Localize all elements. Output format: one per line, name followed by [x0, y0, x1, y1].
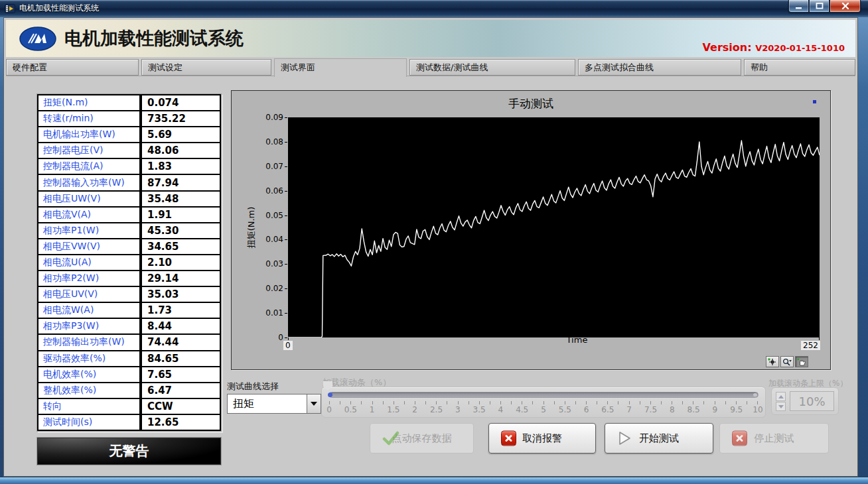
measurement-label: 相电压VW(V) [38, 239, 139, 254]
slider-tick-label: 5 [541, 405, 546, 414]
spin-down-button[interactable] [776, 402, 786, 411]
measurement-value: 74.44 [142, 335, 220, 349]
measurement-label: 相功率P3(W) [38, 319, 139, 333]
measurement-label: 测试时间(s) [38, 415, 139, 430]
slider-tick-label: 8 [670, 405, 675, 414]
slider-tick [394, 401, 394, 404]
tab-4[interactable]: 多点测试拟合曲线 [578, 59, 741, 76]
version-label: Version: [703, 41, 752, 54]
curve-select-dropdown[interactable]: 扭矩 [227, 394, 321, 414]
slider-tick [543, 401, 544, 404]
slider-tick-label: 8.5 [687, 405, 700, 414]
tab-3[interactable]: 测试数据/测试曲线 [409, 59, 575, 76]
load-slider[interactable]: 00.511.522.533.544.555.566.577.588.599.5… [321, 387, 766, 418]
slider-tick [500, 401, 501, 404]
slider-tick [532, 401, 533, 404]
tab-1[interactable]: 测试设定 [141, 59, 271, 76]
jog-save-data-button[interactable]: 点动保存数据 [370, 423, 474, 454]
plot-area[interactable] [288, 117, 820, 337]
measurement-value: 5.69 [142, 127, 220, 142]
measurement-label: 相电流W(A) [38, 303, 139, 318]
y-tick-mark [285, 215, 287, 216]
slider-tick-label: 3 [455, 405, 461, 414]
button-label: 停止测试 [755, 432, 794, 445]
y-tick-label: 0.03 [232, 259, 283, 269]
start-test-button[interactable]: 开始测试 [605, 423, 713, 454]
measurement-label: 控制器电压(V) [38, 143, 139, 158]
measurement-value: 0.074 [142, 95, 220, 110]
slider-thumb[interactable] [323, 381, 332, 391]
slider-tick [361, 401, 362, 404]
company-logo-icon [19, 27, 56, 51]
red-x-icon [501, 431, 516, 446]
y-tick-mark [285, 288, 287, 289]
slider-tick [554, 401, 555, 404]
curve-select-label: 测试曲线选择 [227, 381, 279, 393]
measurement-value: 48.06 [142, 143, 220, 158]
dropdown-arrow-button[interactable] [307, 394, 321, 413]
measurement-value: CCW [142, 399, 220, 414]
slider-tick [725, 401, 726, 404]
y-tick-label: 0.08 [232, 137, 283, 147]
slider-tick-label: 1.5 [387, 405, 399, 414]
slider-tick [340, 401, 340, 404]
spin-up-button[interactable] [776, 392, 786, 401]
measurement-label: 电机效率(%) [38, 367, 139, 382]
slider-tick [597, 401, 597, 404]
stop-test-button[interactable]: 停止测试 [719, 423, 829, 454]
measurement-label: 控制器输出功率(W) [38, 335, 139, 349]
measurement-label: 相电流U(A) [38, 255, 139, 270]
cursor-tool-button[interactable] [766, 356, 779, 367]
slider-tick-label: 9.5 [730, 405, 743, 414]
y-tick-mark [285, 191, 287, 192]
slider-track[interactable] [328, 392, 759, 398]
graph-palette [766, 356, 808, 367]
y-tick-label: 0.04 [232, 235, 283, 244]
measurement-value: 87.94 [142, 175, 220, 190]
slider-tick [747, 401, 747, 404]
slider-tick [661, 401, 662, 404]
y-tick-label: 0.06 [232, 186, 283, 196]
measurement-value: 7.65 [142, 367, 220, 382]
measurement-value: 1.83 [142, 159, 220, 174]
measurement-value: 29.14 [142, 271, 220, 286]
slider-tick-label: 2.5 [430, 405, 443, 414]
measurement-label: 控制器电流(A) [38, 159, 139, 174]
y-tick-label: 0.01 [232, 308, 283, 318]
client-area: 电机加载性能测试系统 Version: V2020-01-15-1010 硬件配… [3, 17, 858, 477]
zoom-tool-button[interactable] [780, 356, 794, 367]
measurement-value: 84.65 [142, 351, 220, 366]
red-x-icon [732, 431, 747, 446]
slider-tick [629, 401, 630, 404]
measurement-value: 35.03 [142, 287, 220, 302]
pan-tool-button[interactable] [795, 356, 808, 367]
measurement-value: 735.22 [142, 111, 220, 126]
tab-0[interactable]: 硬件配置 [6, 59, 139, 76]
slider-tick-label: 3.5 [473, 405, 486, 414]
minimize-button[interactable] [788, 0, 809, 13]
button-label: 开始测试 [639, 432, 679, 445]
cancel-alarm-button[interactable]: 取消报警 [488, 423, 596, 454]
y-tick-label: 0.05 [232, 211, 283, 220]
green-check-icon [382, 431, 399, 446]
close-button[interactable] [830, 0, 861, 13]
app-window: 电机加载性能测试系统 电机加载性能测试系统 [0, 0, 868, 484]
measurement-value: 6.47 [142, 383, 220, 398]
slider-tick-label: 6.5 [601, 405, 614, 414]
slider-tick [703, 401, 704, 404]
measurement-value: 8.44 [142, 319, 220, 333]
curve-select-value: 扭矩 [233, 394, 254, 413]
play-icon [617, 430, 632, 446]
maximize-button[interactable] [809, 0, 830, 13]
upper-limit-control: 10% [771, 387, 839, 415]
slider-tick-label: 0 [326, 405, 332, 414]
button-label: 点动保存数据 [392, 432, 452, 445]
slider-tick-label: 7 [626, 405, 632, 414]
slider-tick [715, 401, 715, 404]
tab-bar: 硬件配置测试设定测试界面测试数据/测试曲线多点测试拟合曲线帮助 [6, 58, 855, 76]
y-tick-mark [285, 337, 287, 338]
slider-tick [511, 401, 512, 404]
tab-2[interactable]: 测试界面 [274, 58, 407, 77]
y-tick-mark [285, 239, 287, 240]
tab-5[interactable]: 帮助 [744, 59, 855, 76]
